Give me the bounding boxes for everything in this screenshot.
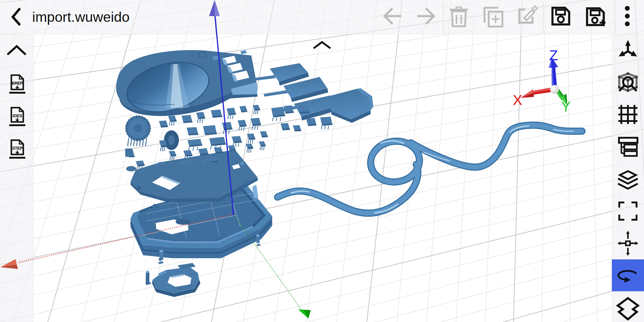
svg-text:BREP: BREP [12,81,23,86]
svg-text:IGES: IGES [13,113,22,118]
svg-text:STEP: STEP [12,146,23,151]
svg-text:import.wuweido: import.wuweido [32,9,130,25]
